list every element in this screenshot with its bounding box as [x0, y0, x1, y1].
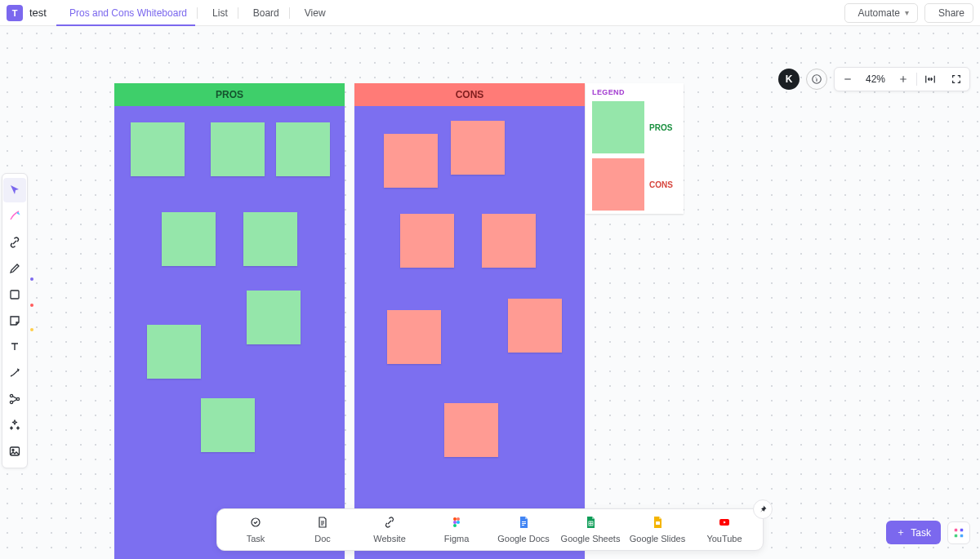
bottom-right: ＋ Task — [886, 521, 970, 544]
tool-ai[interactable] — [3, 204, 26, 228]
tool-link[interactable] — [3, 230, 26, 255]
tray-label: Figma — [444, 534, 470, 543]
svg-point-18 — [453, 524, 457, 527]
pros-note[interactable] — [276, 122, 330, 176]
pin-button[interactable] — [753, 499, 773, 519]
space-title[interactable]: test — [29, 7, 47, 19]
apps-button[interactable] — [947, 521, 970, 544]
zoom-in-button[interactable] — [890, 67, 916, 91]
tool-connector[interactable] — [3, 361, 26, 385]
space-badge[interactable]: T — [7, 5, 23, 21]
pros-header: PROS — [114, 83, 345, 106]
tab-board[interactable]: Board — [240, 0, 287, 25]
zoom-out-button[interactable] — [835, 67, 861, 91]
cons-note[interactable] — [508, 299, 562, 353]
tool-sticky-note[interactable] — [3, 308, 26, 333]
plus-icon: ＋ — [896, 526, 906, 539]
view-tabs: Pros and Cons Whiteboard List Board View — [56, 0, 334, 25]
svg-rect-6 — [11, 291, 19, 299]
canvas-top-right: K 42% — [778, 67, 970, 91]
share-label: Share — [938, 7, 964, 19]
tool-mindmap[interactable] — [3, 387, 26, 411]
create-task-button[interactable]: ＋ Task — [886, 521, 941, 544]
tab-list[interactable]: List — [199, 0, 236, 25]
tray-task[interactable]: Task — [222, 516, 289, 543]
tray-google-docs[interactable]: Google Docs — [490, 516, 557, 543]
svg-point-16 — [453, 521, 457, 524]
tray-label: Google Sheets — [561, 534, 621, 543]
task-label: Task — [911, 527, 931, 539]
svg-rect-25 — [955, 528, 958, 531]
pros-note[interactable] — [131, 122, 185, 176]
pros-note[interactable] — [162, 212, 216, 266]
whiteboard-canvas[interactable]: PROS CONS LEGEND PROS — [0, 26, 980, 559]
zoom-percent[interactable]: 42% — [861, 73, 890, 85]
tray-label: Website — [373, 534, 406, 543]
tool-magic[interactable] — [3, 413, 26, 437]
pros-note[interactable] — [211, 122, 265, 176]
tool-pointer[interactable] — [3, 178, 26, 202]
svg-point-11 — [12, 450, 14, 451]
pros-note[interactable] — [243, 212, 297, 266]
tool-rail — [2, 173, 28, 468]
pros-note[interactable] — [201, 398, 255, 452]
tray-label: Task — [247, 534, 265, 543]
cons-header: CONS — [354, 83, 585, 106]
pros-note[interactable] — [147, 325, 201, 379]
legend-label-cons: CONS — [649, 180, 673, 189]
tray-website[interactable]: Website — [356, 516, 423, 543]
tool-pen[interactable] — [3, 256, 26, 281]
tray-youtube[interactable]: YouTube — [691, 516, 758, 543]
automate-button[interactable]: Automate ▾ — [844, 3, 918, 23]
add-view-button[interactable]: View — [292, 0, 334, 25]
legend-row-pros: PROS — [592, 101, 677, 153]
svg-point-17 — [457, 521, 460, 524]
topbar-right: Automate ▾ Share — [844, 3, 973, 23]
cons-note[interactable] — [384, 134, 438, 188]
tray-google-sheets[interactable]: Google Sheets — [557, 516, 624, 543]
svg-point-15 — [457, 517, 460, 521]
avatar[interactable]: K — [778, 69, 800, 90]
tray-label: Google Docs — [497, 534, 550, 543]
tray-google-slides[interactable]: Google Slides — [624, 516, 691, 543]
zoom-group: 42% — [834, 67, 970, 91]
tool-shape[interactable] — [3, 282, 26, 307]
svg-rect-28 — [960, 534, 964, 537]
tab-label: List — [212, 7, 228, 19]
tool-color-dot — [30, 277, 33, 281]
cons-note[interactable] — [400, 214, 454, 268]
fit-width-button[interactable] — [917, 67, 943, 91]
automate-label: Automate — [858, 7, 900, 19]
tab-whiteboard[interactable]: Pros and Cons Whiteboard — [56, 0, 195, 25]
legend-card[interactable]: LEGEND PROS CONS — [586, 83, 684, 214]
tool-color-dot — [30, 304, 33, 307]
pros-column[interactable]: PROS — [114, 83, 345, 559]
tray-figma[interactable]: Figma — [423, 516, 490, 543]
info-button[interactable] — [806, 69, 827, 90]
tab-separator — [289, 7, 290, 19]
svg-point-14 — [453, 517, 457, 521]
cons-column[interactable]: CONS — [354, 83, 585, 559]
cons-note[interactable] — [387, 310, 441, 364]
add-view-label: View — [305, 7, 326, 19]
cons-note[interactable] — [482, 214, 536, 268]
pros-note[interactable] — [247, 291, 301, 344]
tool-text[interactable] — [3, 335, 26, 359]
tray-label: Google Slides — [630, 534, 686, 543]
cons-note[interactable] — [444, 403, 498, 457]
tool-image[interactable] — [3, 439, 26, 464]
svg-rect-20 — [522, 523, 526, 524]
svg-point-9 — [16, 397, 19, 400]
legend-row-cons: CONS — [592, 158, 677, 211]
cons-note[interactable] — [451, 121, 505, 175]
tool-color-dot — [30, 328, 33, 331]
topbar: T test Pros and Cons Whiteboard List Boa… — [0, 0, 980, 26]
tray-doc[interactable]: Doc — [289, 516, 356, 543]
tray-label: YouTube — [706, 534, 742, 543]
svg-rect-21 — [522, 525, 524, 526]
share-button[interactable]: Share — [924, 3, 973, 23]
fullscreen-button[interactable] — [943, 67, 969, 91]
tray-label: Doc — [314, 534, 331, 543]
legend-swatch-cons — [592, 158, 644, 211]
svg-rect-23 — [656, 521, 660, 525]
